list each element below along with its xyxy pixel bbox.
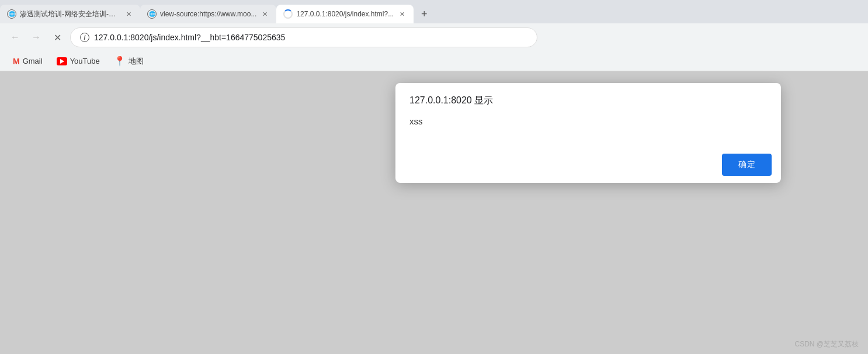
alert-header: 127.0.0.1:8020 显示	[395, 83, 781, 112]
youtube-play-triangle	[60, 59, 64, 64]
tab3-spinner	[283, 9, 293, 19]
tab-bar: 🌐 渗透测试培训-网络安全培训-暗... ✕ 🌐 view-source:htt…	[0, 0, 868, 23]
alert-dialog: 127.0.0.1:8020 显示 xss 确定	[395, 83, 781, 183]
bookmarks-bar: M Gmail YouTube 📍 地图	[0, 51, 868, 71]
tab-2[interactable]: 🌐 view-source:https://www.moo... ✕	[140, 5, 276, 23]
tab2-title: view-source:https://www.moo...	[160, 10, 256, 18]
bookmark-youtube[interactable]: YouTube	[51, 54, 106, 68]
bookmark-gmail-label: Gmail	[23, 57, 43, 65]
tab-3-active[interactable]: 127.0.0.1:8020/js/index.html?... ✕	[276, 5, 414, 23]
tab-1[interactable]: 🌐 渗透测试培训-网络安全培训-暗... ✕	[0, 5, 140, 23]
address-bar[interactable]: i 127.0.0.1:8020/js/index.html?__hbt=166…	[70, 27, 537, 47]
tab2-close[interactable]: ✕	[260, 9, 269, 19]
tab3-title: 127.0.0.1:8020/js/index.html?...	[296, 10, 394, 18]
page-content: 127.0.0.1:8020 显示 xss 确定 CSDN @芝芝又荔枝	[0, 71, 868, 354]
tab3-close[interactable]: ✕	[397, 9, 407, 19]
alert-footer: 确定	[395, 147, 781, 183]
tab2-favicon: 🌐	[147, 9, 157, 19]
bookmark-maps-label: 地图	[129, 56, 144, 67]
back-button[interactable]: ←	[7, 29, 23, 46]
bookmark-maps[interactable]: 📍 地图	[108, 53, 150, 69]
browser-chrome: 🌐 渗透测试培训-网络安全培训-暗... ✕ 🌐 view-source:htt…	[0, 0, 868, 71]
new-tab-button[interactable]: +	[416, 6, 432, 22]
gmail-icon: M	[13, 57, 20, 66]
alert-overlay: 127.0.0.1:8020 显示 xss 确定	[0, 71, 868, 354]
security-icon: i	[80, 33, 89, 42]
youtube-icon	[57, 57, 67, 65]
tab1-favicon: 🌐	[7, 9, 16, 19]
tab1-title: 渗透测试培训-网络安全培训-暗...	[20, 9, 120, 19]
address-text: 127.0.0.1:8020/js/index.html?__hbt=16647…	[94, 33, 527, 42]
forward-button[interactable]: →	[28, 29, 44, 46]
bookmark-youtube-label: YouTube	[70, 57, 100, 65]
alert-ok-button[interactable]: 确定	[722, 154, 772, 176]
maps-icon: 📍	[114, 55, 126, 67]
alert-body: xss	[395, 112, 781, 147]
bookmark-gmail[interactable]: M Gmail	[7, 54, 48, 68]
address-bar-row: ← → ✕ i 127.0.0.1:8020/js/index.html?__h…	[0, 23, 868, 51]
tab1-close[interactable]: ✕	[124, 9, 133, 19]
footer-watermark: CSDN @芝芝又荔枝	[794, 339, 859, 349]
close-button[interactable]: ✕	[49, 29, 65, 46]
